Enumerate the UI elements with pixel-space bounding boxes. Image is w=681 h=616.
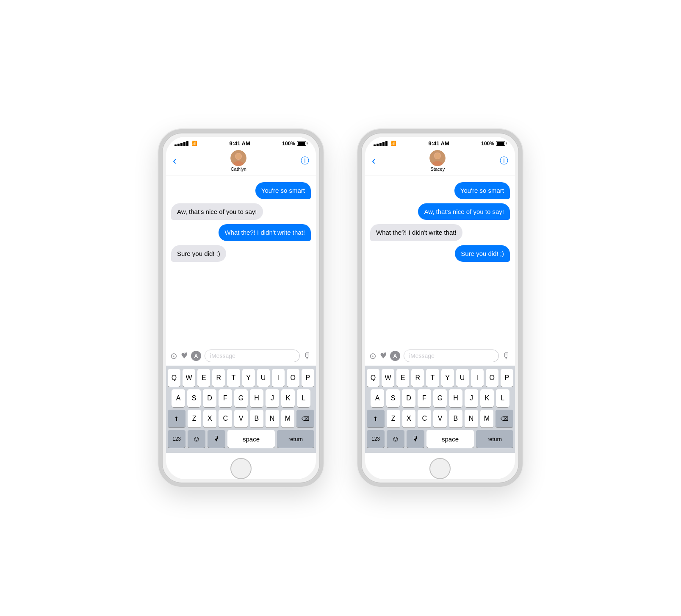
key-w-2[interactable]: W xyxy=(382,369,394,387)
back-button-1[interactable]: ‹ xyxy=(173,154,177,167)
battery-percent-1: 100% xyxy=(282,141,295,147)
message-2-3: What the?! I didn't write that! xyxy=(370,224,462,241)
key-v-2[interactable]: V xyxy=(433,410,447,427)
key-shift-1[interactable]: ⬆ xyxy=(168,410,185,427)
key-x-2[interactable]: X xyxy=(402,410,416,427)
key-d-2[interactable]: D xyxy=(402,389,415,407)
mic-icon-1[interactable]: 🎙 xyxy=(303,351,312,361)
key-b-1[interactable]: B xyxy=(250,410,263,427)
key-z-1[interactable]: Z xyxy=(188,410,201,427)
key-123-1[interactable]: 123 xyxy=(168,430,185,448)
wifi-icon-2: 📶 xyxy=(390,141,396,146)
key-k-1[interactable]: K xyxy=(281,389,295,407)
imessage-input-2[interactable]: iMessage xyxy=(404,350,499,362)
key-c-1[interactable]: C xyxy=(219,410,232,427)
key-space-2[interactable]: space xyxy=(426,430,474,448)
iphone-1-screen: 📶 9:41 AM 100% ‹ xyxy=(166,137,316,479)
key-row-1-1: Q W E R T Y U I O P xyxy=(168,369,314,387)
key-p-2[interactable]: P xyxy=(501,369,513,387)
key-g-1[interactable]: G xyxy=(234,389,248,407)
key-p-1[interactable]: P xyxy=(302,369,314,387)
input-bar-1: ⊙ ♥̈ A iMessage 🎙 xyxy=(166,346,316,366)
key-r-1[interactable]: R xyxy=(212,369,225,387)
key-r-2[interactable]: R xyxy=(411,369,424,387)
message-1-2: Aw, that's nice of you to say! xyxy=(171,203,263,220)
key-t-2[interactable]: T xyxy=(426,369,439,387)
info-button-2[interactable]: ⓘ xyxy=(500,155,508,166)
key-q-1[interactable]: Q xyxy=(168,369,180,387)
key-x-1[interactable]: X xyxy=(203,410,217,427)
imessage-placeholder-2: iMessage xyxy=(409,352,435,359)
key-row-2-1: A S D F G H J K L xyxy=(168,389,314,407)
key-j-2[interactable]: J xyxy=(465,389,478,407)
key-f-2[interactable]: F xyxy=(418,389,431,407)
signal-dot-2-1 xyxy=(374,144,376,146)
key-emoji-2[interactable]: ☺ xyxy=(387,430,404,448)
heartbeat-icon-2[interactable]: ♥̈ xyxy=(380,351,387,361)
key-l-2[interactable]: L xyxy=(496,389,509,407)
key-o-2[interactable]: O xyxy=(486,369,498,387)
appstore-icon-2[interactable]: A xyxy=(390,351,400,361)
key-b-2[interactable]: B xyxy=(449,410,462,427)
key-y-2[interactable]: Y xyxy=(441,369,454,387)
key-u-2[interactable]: U xyxy=(456,369,469,387)
mic-icon-2[interactable]: 🎙 xyxy=(502,351,511,361)
key-delete-1[interactable]: ⌫ xyxy=(296,410,314,427)
key-return-1[interactable]: return xyxy=(277,430,314,448)
iphone-2: 📶 9:41 AM 100% ‹ xyxy=(357,129,523,487)
home-button-1[interactable] xyxy=(230,458,252,479)
key-mic-2[interactable]: 🎙 xyxy=(407,430,424,448)
camera-icon-1[interactable]: ⊙ xyxy=(170,351,177,361)
key-shift-2[interactable]: ⬆ xyxy=(367,410,385,427)
key-i-2[interactable]: I xyxy=(471,369,484,387)
key-i-1[interactable]: I xyxy=(272,369,285,387)
key-a-1[interactable]: A xyxy=(172,389,185,407)
signal-dot-2-4 xyxy=(382,142,385,146)
message-1-4: Sure you did! ;) xyxy=(171,245,226,262)
imessage-input-1[interactable]: iMessage xyxy=(205,350,300,362)
key-q-2[interactable]: Q xyxy=(367,369,379,387)
iphone-2-screen: 📶 9:41 AM 100% ‹ xyxy=(365,137,515,479)
key-z-2[interactable]: Z xyxy=(387,410,400,427)
key-e-2[interactable]: E xyxy=(396,369,409,387)
key-return-2[interactable]: return xyxy=(476,430,513,448)
key-j-1[interactable]: J xyxy=(266,389,279,407)
info-button-1[interactable]: ⓘ xyxy=(301,155,309,166)
key-e-1[interactable]: E xyxy=(197,369,210,387)
key-n-2[interactable]: N xyxy=(465,410,478,427)
home-button-2[interactable] xyxy=(429,458,451,479)
key-y-1[interactable]: Y xyxy=(242,369,255,387)
signal-dot-4 xyxy=(183,142,185,146)
key-s-1[interactable]: S xyxy=(187,389,201,407)
key-k-2[interactable]: K xyxy=(480,389,494,407)
key-space-1[interactable]: space xyxy=(227,430,275,448)
key-c-2[interactable]: C xyxy=(418,410,431,427)
key-f-1[interactable]: F xyxy=(219,389,232,407)
key-delete-2[interactable]: ⌫ xyxy=(496,410,513,427)
key-h-1[interactable]: H xyxy=(250,389,263,407)
key-a-2[interactable]: A xyxy=(371,389,384,407)
key-emoji-1[interactable]: ☺ xyxy=(188,430,205,448)
key-h-2[interactable]: H xyxy=(449,389,462,407)
key-t-1[interactable]: T xyxy=(227,369,240,387)
camera-icon-2[interactable]: ⊙ xyxy=(369,351,376,361)
appstore-icon-1[interactable]: A xyxy=(191,351,201,361)
key-u-1[interactable]: U xyxy=(257,369,270,387)
heartbeat-icon-1[interactable]: ♥̈ xyxy=(181,351,188,361)
key-w-1[interactable]: W xyxy=(183,369,195,387)
key-n-1[interactable]: N xyxy=(266,410,279,427)
key-m-1[interactable]: M xyxy=(281,410,295,427)
key-l-1[interactable]: L xyxy=(297,389,310,407)
key-g-2[interactable]: G xyxy=(433,389,447,407)
key-123-2[interactable]: 123 xyxy=(367,430,385,448)
signal-dot-2-5 xyxy=(385,141,388,146)
back-button-2[interactable]: ‹ xyxy=(372,154,376,167)
key-m-2[interactable]: M xyxy=(480,410,494,427)
key-s-2[interactable]: S xyxy=(386,389,400,407)
signal-dot-5 xyxy=(186,141,188,146)
key-d-1[interactable]: D xyxy=(203,389,216,407)
key-v-1[interactable]: V xyxy=(234,410,248,427)
key-row-4-2: 123 ☺ 🎙 space return xyxy=(367,430,513,448)
key-o-1[interactable]: O xyxy=(287,369,299,387)
key-mic-1[interactable]: 🎙 xyxy=(208,430,225,448)
